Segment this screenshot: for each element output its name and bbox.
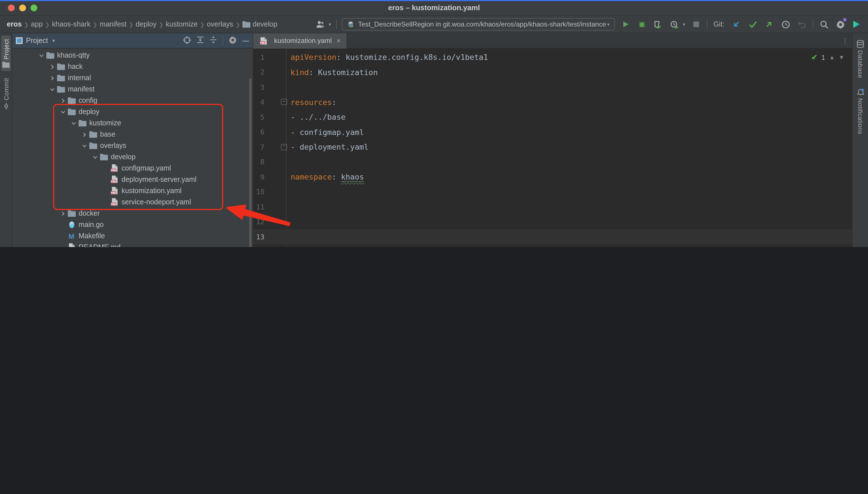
breadcrumb-separator-icon: ❯	[24, 21, 29, 27]
profiler-button[interactable]	[669, 19, 680, 30]
breadcrumb-item-manifest[interactable]: manifest	[98, 20, 128, 28]
breadcrumb-item-eros[interactable]: eros	[6, 20, 23, 28]
tree-row-deploy[interactable]: deploy	[13, 106, 253, 117]
tree-row-main.go[interactable]: main.go	[13, 219, 253, 230]
code-line-6[interactable]: 6- configmap.yaml	[253, 125, 852, 139]
code-line-5[interactable]: 5- ../../base	[253, 110, 852, 125]
code-line-10[interactable]: 10	[253, 184, 852, 199]
minimize-window-button[interactable]	[19, 4, 26, 11]
folder-icon	[56, 75, 66, 81]
tree-row-configmap.yaml[interactable]: YMLconfigmap.yaml	[13, 163, 253, 174]
chevron-right-icon[interactable]	[59, 211, 67, 216]
code-line-13[interactable]: 13	[253, 229, 852, 244]
fold-end-icon[interactable]: ⌃	[281, 144, 287, 150]
tree-row-README.md[interactable]: MDREADME.md	[13, 242, 253, 247]
ide-logo-icon[interactable]	[851, 19, 862, 30]
code-line-8[interactable]: 8	[253, 154, 852, 169]
code-line-text: - configmap.yaml	[290, 128, 364, 137]
project-view-dropdown-caret[interactable]: ▼	[51, 38, 56, 43]
rollback-icon[interactable]	[796, 19, 808, 30]
chevron-right-icon[interactable]	[80, 132, 88, 137]
stop-button[interactable]	[690, 19, 702, 30]
line-number: 5	[254, 113, 265, 121]
chevron-down-icon[interactable]	[91, 154, 99, 159]
tab-kustomization-yaml[interactable]: YML kustomization.yaml ✕	[253, 33, 347, 48]
run-button[interactable]	[620, 19, 631, 30]
git-commit-check-icon[interactable]	[747, 19, 758, 30]
tree-row-docker[interactable]: docker	[13, 208, 253, 219]
code-line-2[interactable]: 2kind: Kustomization	[253, 65, 852, 80]
tree-row-khaos-qtty[interactable]: khaos-qtty	[13, 50, 253, 61]
users-icon[interactable]	[314, 19, 326, 30]
breadcrumb-item-kustomize[interactable]: kustomize	[165, 20, 199, 28]
tree-row-service-nodeport.yaml[interactable]: YMLservice-nodeport.yaml	[13, 196, 253, 208]
chevron-down-icon[interactable]	[70, 120, 77, 126]
tree-row-manifest[interactable]: manifest	[13, 83, 253, 95]
tree-row-hack[interactable]: hack	[13, 61, 253, 72]
tree-row-internal[interactable]: internal	[13, 72, 253, 83]
maximize-window-button[interactable]	[31, 4, 37, 11]
code-line-4[interactable]: 4−resources:	[253, 95, 852, 110]
collapse-all-icon[interactable]	[210, 36, 217, 45]
search-everywhere-icon[interactable]	[818, 19, 830, 30]
tree-row-deployment-server.yaml[interactable]: YMLdeployment-server.yaml	[13, 174, 253, 185]
git-push-icon[interactable]	[763, 19, 775, 30]
breadcrumb-item-app[interactable]: app	[30, 20, 44, 28]
chevron-down-icon[interactable]	[80, 143, 88, 148]
expand-all-icon[interactable]	[197, 36, 204, 45]
hide-panel-icon[interactable]: —	[242, 37, 249, 44]
locate-file-icon[interactable]	[183, 36, 191, 45]
code-line-3[interactable]: 3	[253, 80, 852, 95]
tool-stripe-tab-project[interactable]: Project	[1, 36, 11, 71]
tree-row-config[interactable]: config	[13, 95, 253, 106]
tree-row-Makefile[interactable]: MMakefile	[13, 230, 253, 242]
toolbar-separator	[707, 19, 707, 30]
code-line-7[interactable]: 7⌃- deployment.yaml	[253, 139, 852, 154]
next-problem-icon[interactable]: ▼	[838, 54, 844, 60]
breadcrumb-item-develop[interactable]: develop	[241, 20, 278, 28]
tree-row-label: deployment-server.yaml	[122, 176, 196, 184]
tool-stripe-tab-notifications[interactable]: Notifications	[856, 85, 865, 137]
breadcrumb-item-overlays[interactable]: overlays	[206, 20, 234, 28]
inspections-widget[interactable]: ✔ 1 ▲ ▼	[811, 53, 844, 61]
breadcrumb-item-khaos-shark[interactable]: khaos-shark	[51, 20, 92, 28]
code-line-1[interactable]: 1apiVersion: kustomize.config.k8s.io/v1b…	[253, 50, 852, 65]
tree-row-develop[interactable]: develop	[13, 151, 253, 163]
tree-row-kustomization.yaml[interactable]: YMLkustomization.yaml	[13, 185, 253, 196]
profiler-dropdown-caret[interactable]: ▾	[683, 22, 685, 27]
chevron-right-icon[interactable]	[48, 75, 56, 80]
tab-close-icon[interactable]: ✕	[336, 38, 341, 44]
tool-stripe-label: Database	[857, 50, 864, 78]
editor-options-kebab-icon[interactable]: ⋮	[842, 36, 849, 45]
tree-row-kustomize[interactable]: kustomize	[13, 117, 253, 129]
run-with-coverage-button[interactable]	[652, 19, 664, 30]
code-line-12[interactable]: 12	[253, 214, 852, 229]
chevron-down-icon[interactable]	[48, 87, 56, 92]
chevron-right-icon[interactable]	[59, 98, 67, 103]
tree-scrollbar[interactable]	[249, 78, 252, 247]
users-dropdown-caret[interactable]: ▾	[329, 22, 331, 27]
tool-stripe-tab-commit[interactable]: Commit	[1, 75, 11, 113]
close-window-button[interactable]	[8, 4, 15, 11]
tool-stripe-tab-database[interactable]: Database	[855, 37, 865, 81]
panel-settings-gear-icon[interactable]	[229, 36, 237, 45]
tree-row-overlays[interactable]: overlays	[13, 140, 253, 151]
git-update-icon[interactable]	[731, 19, 742, 30]
chevron-right-icon[interactable]	[48, 64, 56, 69]
history-clock-icon[interactable]	[780, 19, 791, 30]
debug-button[interactable]	[636, 19, 647, 30]
code-line-9[interactable]: 9namespace: khaos	[253, 169, 852, 184]
project-panel-title[interactable]: Project ▼	[16, 37, 56, 44]
inspection-count: 1	[821, 53, 825, 61]
run-configuration-select[interactable]: Test_DescribeSellRegion in git.woa.com/k…	[342, 18, 615, 31]
fold-open-icon[interactable]: −	[281, 99, 287, 105]
tree-row-label: Makefile	[78, 232, 105, 240]
tree-row-base[interactable]: base	[13, 129, 253, 140]
code-editor[interactable]: 1apiVersion: kustomize.config.k8s.io/v1b…	[253, 49, 852, 247]
prev-problem-icon[interactable]: ▲	[829, 54, 835, 60]
chevron-down-icon[interactable]	[37, 53, 45, 58]
chevron-down-icon[interactable]	[59, 109, 67, 114]
settings-gear-icon[interactable]	[835, 19, 846, 30]
breadcrumb-item-deploy[interactable]: deploy	[134, 20, 158, 28]
code-line-11[interactable]: 11	[253, 199, 852, 214]
